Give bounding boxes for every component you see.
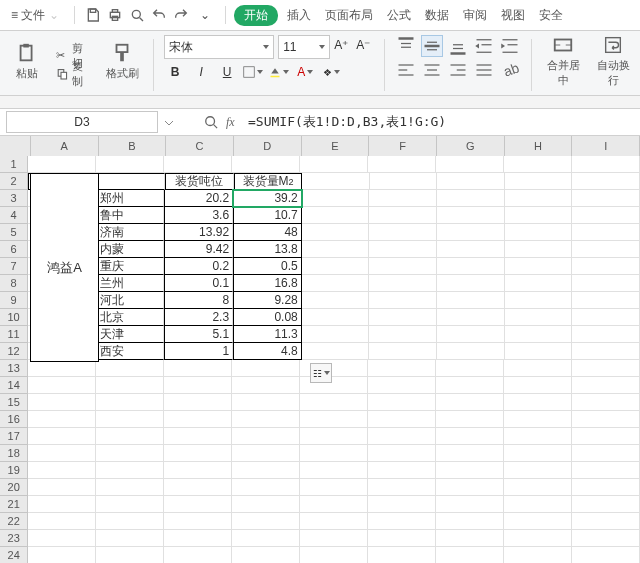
cell[interactable]: 重庆 — [96, 258, 165, 275]
select-all-corner[interactable] — [0, 136, 31, 157]
cell[interactable] — [504, 479, 572, 496]
cell[interactable] — [368, 479, 436, 496]
row-header[interactable]: 3 — [0, 190, 28, 207]
cell[interactable] — [436, 496, 504, 513]
cell[interactable] — [504, 394, 572, 411]
cell[interactable] — [572, 173, 640, 190]
formula-input[interactable]: =SUMIF(表1!D:D,B3,表1!G:G) — [244, 113, 640, 131]
row-header[interactable]: 19 — [0, 462, 28, 479]
cell[interactable] — [436, 156, 504, 173]
cell[interactable] — [232, 428, 300, 445]
cell[interactable] — [232, 377, 300, 394]
cell[interactable] — [369, 224, 437, 241]
cell[interactable] — [437, 326, 505, 343]
cell[interactable] — [505, 292, 573, 309]
align-left-icon[interactable] — [395, 59, 417, 81]
cell[interactable] — [302, 343, 370, 360]
cell[interactable] — [232, 513, 300, 530]
row-header[interactable]: 4 — [0, 207, 28, 224]
cell[interactable] — [504, 530, 572, 547]
tab-security[interactable]: 安全 — [534, 5, 568, 26]
decrease-indent-icon[interactable] — [473, 35, 495, 57]
italic-icon[interactable]: I — [190, 61, 212, 83]
cell[interactable]: 2.3 — [164, 309, 233, 326]
cell[interactable]: 北京 — [96, 309, 165, 326]
cell[interactable] — [96, 377, 164, 394]
tab-view[interactable]: 视图 — [496, 5, 530, 26]
cell[interactable]: 10.7 — [233, 207, 302, 224]
cell[interactable]: 20.2 — [164, 190, 233, 207]
cell[interactable] — [300, 496, 368, 513]
row-header[interactable]: 20 — [0, 479, 28, 496]
cell[interactable] — [572, 207, 640, 224]
cell[interactable]: 3.6 — [164, 207, 233, 224]
name-box-dropdown-icon[interactable] — [164, 117, 174, 127]
cell[interactable] — [368, 462, 436, 479]
cell[interactable] — [436, 394, 504, 411]
col-header[interactable]: G — [437, 136, 505, 157]
cell[interactable] — [436, 462, 504, 479]
cell[interactable] — [302, 173, 370, 190]
cell[interactable] — [504, 445, 572, 462]
fill-color-icon[interactable] — [268, 61, 290, 83]
cell[interactable]: 0.5 — [233, 258, 302, 275]
cell[interactable] — [572, 360, 640, 377]
cell[interactable] — [369, 292, 437, 309]
redo-icon[interactable] — [173, 7, 189, 23]
col-header[interactable]: H — [505, 136, 573, 157]
cell[interactable]: 装货吨位 — [165, 173, 234, 190]
cell[interactable] — [369, 343, 437, 360]
cell[interactable] — [436, 428, 504, 445]
cell[interactable] — [232, 530, 300, 547]
cell[interactable] — [572, 326, 640, 343]
cell[interactable] — [368, 547, 436, 563]
cell[interactable] — [572, 258, 640, 275]
cell[interactable] — [302, 190, 370, 207]
cell[interactable] — [369, 309, 437, 326]
cell[interactable] — [436, 377, 504, 394]
cell[interactable] — [302, 258, 370, 275]
cell[interactable] — [164, 479, 232, 496]
row-header[interactable]: 21 — [0, 496, 28, 513]
cell[interactable] — [300, 428, 368, 445]
row-header[interactable]: 8 — [0, 275, 28, 292]
row-header[interactable]: 13 — [0, 360, 28, 377]
cell[interactable] — [368, 496, 436, 513]
cell[interactable] — [96, 530, 164, 547]
cell[interactable] — [96, 513, 164, 530]
cell[interactable] — [572, 241, 640, 258]
cell[interactable] — [232, 496, 300, 513]
tab-insert[interactable]: 插入 — [282, 5, 316, 26]
row-header[interactable]: 17 — [0, 428, 28, 445]
cell[interactable] — [28, 156, 96, 173]
cell[interactable] — [164, 394, 232, 411]
font-size-select[interactable]: 11 — [278, 35, 330, 59]
cell[interactable] — [96, 156, 164, 173]
cell[interactable] — [28, 394, 96, 411]
cell[interactable] — [572, 224, 640, 241]
cell[interactable] — [302, 292, 370, 309]
cell[interactable] — [300, 462, 368, 479]
cell[interactable] — [436, 445, 504, 462]
cell[interactable] — [368, 513, 436, 530]
save-icon[interactable] — [85, 7, 101, 23]
cell[interactable]: 1 — [164, 343, 233, 360]
col-header[interactable]: C — [166, 136, 234, 157]
cell[interactable] — [302, 207, 370, 224]
cell[interactable] — [232, 411, 300, 428]
cell[interactable] — [572, 309, 640, 326]
cell[interactable] — [505, 224, 573, 241]
tab-start[interactable]: 开始 — [234, 5, 278, 26]
insert-function-icon[interactable] — [204, 115, 218, 129]
row-header[interactable]: 6 — [0, 241, 28, 258]
cell[interactable] — [302, 326, 370, 343]
name-box[interactable]: D3 — [6, 111, 158, 133]
increase-indent-icon[interactable] — [499, 35, 521, 57]
cell[interactable] — [437, 241, 505, 258]
cell[interactable] — [437, 224, 505, 241]
col-header[interactable]: B — [99, 136, 167, 157]
merge-center-button[interactable]: 合并居中 — [542, 35, 584, 87]
cell[interactable] — [300, 394, 368, 411]
cell[interactable] — [436, 513, 504, 530]
cell[interactable] — [505, 275, 573, 292]
